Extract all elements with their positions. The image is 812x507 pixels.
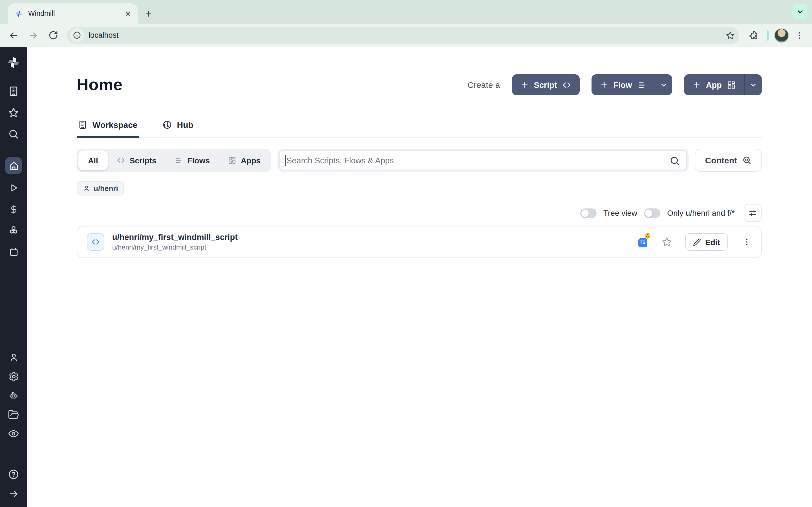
script-icon-box	[87, 233, 104, 251]
search-input[interactable]	[279, 151, 687, 170]
edit-button-label: Edit	[705, 237, 720, 246]
globe-icon	[162, 120, 172, 129]
forward-button[interactable]	[26, 27, 41, 43]
arrow-right-icon	[8, 488, 19, 499]
sidebar-divider	[0, 149, 27, 149]
create-row: Create a Script Flow	[467, 74, 762, 95]
filter-toolbar: All Scripts Flows Apps	[77, 149, 762, 172]
owner-filter-badge[interactable]: u/henri	[77, 181, 124, 195]
create-flow-dropdown[interactable]	[655, 74, 672, 95]
edit-button[interactable]: Edit	[685, 233, 728, 251]
item-menu-icon[interactable]	[741, 237, 752, 247]
sidebar-item-audit[interactable]	[0, 428, 27, 439]
tab-workspace[interactable]: Workspace	[77, 120, 139, 138]
flow-lines-icon	[637, 80, 646, 89]
sidebar-item-favorites[interactable]	[0, 107, 27, 118]
create-script-button[interactable]: Script	[512, 74, 579, 95]
filter-scripts[interactable]: Scripts	[108, 151, 165, 170]
reload-button[interactable]	[45, 27, 61, 43]
sidebar-item-resources[interactable]	[0, 225, 27, 236]
create-flow-main[interactable]: Flow	[592, 74, 655, 95]
tab-hub[interactable]: Hub	[161, 120, 195, 138]
sidebar	[0, 47, 27, 507]
item-title: u/henri/my_first_windmill_script	[112, 233, 630, 242]
create-app-button: App	[684, 74, 762, 95]
toolbar-divider	[767, 30, 769, 40]
sidebar-item-workspace[interactable]	[0, 86, 27, 97]
tab-close-icon[interactable]: ✕	[123, 8, 133, 18]
browser-menu-icon[interactable]	[793, 27, 806, 43]
create-app-main[interactable]: App	[684, 74, 744, 95]
browser-tab[interactable]: Windmill ✕	[8, 3, 138, 24]
filter-scripts-label: Scripts	[130, 156, 156, 165]
extensions-puzzle-icon[interactable]	[746, 27, 761, 43]
item-text: u/henri/my_first_windmill_script u/henri…	[112, 233, 630, 251]
robot-icon	[8, 390, 19, 401]
sidebar-item-search[interactable]	[0, 128, 27, 140]
sidebar-item-users[interactable]	[0, 351, 27, 363]
layout-grid-icon	[727, 80, 736, 89]
tree-view-toggle[interactable]	[580, 208, 597, 218]
create-app-label: App	[706, 80, 722, 89]
code-icon	[562, 80, 571, 89]
sidebar-item-help[interactable]	[0, 469, 27, 480]
sidebar-item-home[interactable]	[5, 157, 22, 174]
layout-grid-icon	[228, 156, 236, 165]
boxes-icon	[8, 225, 19, 236]
browser-tab-strip: Windmill ✕	[0, 0, 812, 24]
list-item-script[interactable]: u/henri/my_first_windmill_script u/henri…	[77, 226, 761, 258]
new-tab-button[interactable]	[141, 6, 156, 21]
building-icon	[8, 86, 19, 97]
help-circle-icon	[8, 469, 19, 480]
chevron-down-icon	[749, 81, 757, 89]
content-label: Content	[705, 156, 737, 165]
gear-icon	[8, 371, 19, 382]
url-text: localhost	[89, 31, 721, 40]
sidebar-item-schedules[interactable]	[0, 246, 27, 258]
sidebar-item-folders[interactable]	[0, 409, 27, 420]
favorite-star-icon[interactable]	[661, 237, 672, 247]
play-icon	[8, 182, 19, 193]
create-app-dropdown[interactable]	[745, 74, 762, 95]
language-badge: TS 👶	[638, 237, 648, 247]
filter-apps[interactable]: Apps	[219, 151, 269, 170]
site-info-icon[interactable]	[70, 28, 84, 42]
tab-hub-label: Hub	[177, 120, 193, 129]
create-flow-button: Flow	[592, 74, 672, 95]
address-bar[interactable]: localhost	[67, 27, 739, 44]
filter-all[interactable]: All	[79, 151, 108, 170]
app-shell: Home Create a Script Flow	[0, 47, 812, 507]
dollar-icon	[8, 204, 19, 214]
eye-icon	[8, 428, 19, 439]
view-options-row: Tree view Only u/henri and f/*	[77, 204, 762, 222]
tab-workspace-label: Workspace	[93, 120, 138, 129]
filter-flows-label: Flows	[188, 156, 210, 165]
windmill-logo-icon[interactable]	[0, 55, 27, 70]
owner-badge-label: u/henri	[94, 184, 118, 193]
kind-filter: All Scripts Flows Apps	[77, 149, 271, 172]
sidebar-item-variables[interactable]	[0, 203, 27, 215]
only-owner-label: Only u/henri and f/*	[667, 209, 735, 217]
restore-down-button[interactable]	[792, 4, 808, 19]
text-caret	[285, 155, 286, 166]
only-owner-toggle[interactable]	[644, 208, 660, 218]
screen: Windmill ✕ localhost	[0, 0, 812, 507]
folder-open-icon	[8, 409, 19, 420]
search-icon	[8, 128, 19, 140]
sidebar-expand-button[interactable]	[0, 488, 27, 499]
item-actions: TS 👶 Edit	[638, 233, 752, 251]
back-button[interactable]	[6, 27, 21, 43]
display-settings-button[interactable]	[744, 204, 762, 222]
star-icon	[8, 107, 19, 118]
content-search-button[interactable]: Content	[695, 149, 762, 172]
sidebar-item-workers[interactable]	[0, 390, 27, 401]
sidebar-item-settings[interactable]	[0, 371, 27, 382]
sidebar-item-runs[interactable]	[0, 182, 27, 193]
filter-flows[interactable]: Flows	[165, 151, 219, 170]
filter-all-label: All	[88, 156, 98, 165]
bookmark-star-icon[interactable]	[726, 31, 735, 40]
avatar[interactable]	[774, 28, 789, 43]
home-icon	[8, 160, 19, 171]
code-icon	[117, 156, 125, 165]
building-icon	[78, 120, 87, 129]
